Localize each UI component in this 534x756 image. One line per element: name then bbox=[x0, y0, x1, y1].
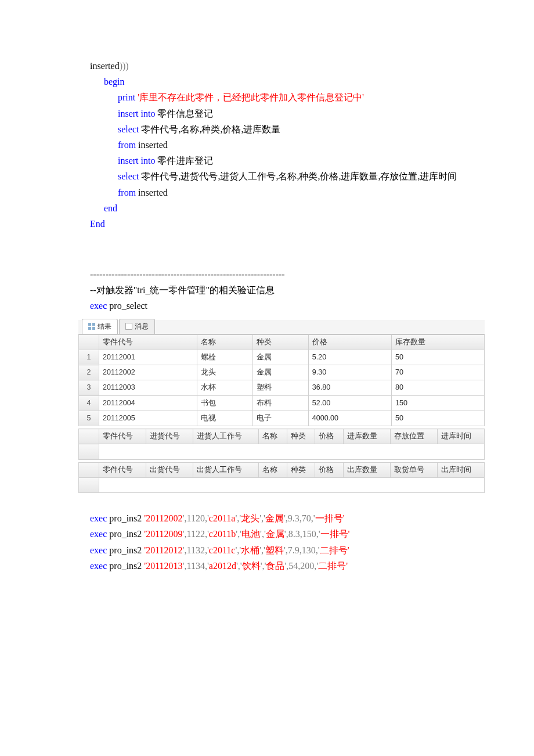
code-text: ',1132,' bbox=[183, 545, 209, 555]
table-name: 零件进库登记 bbox=[155, 156, 213, 165]
string-text: 库里不存在此零件，已经把此零件加入零件信息登记中 bbox=[139, 92, 362, 102]
string-text: 水桶 bbox=[241, 545, 259, 555]
code-text: ',' bbox=[235, 545, 241, 555]
col-header: 进库时间 bbox=[437, 429, 484, 444]
col-header: 价格 bbox=[315, 429, 344, 444]
cell: 70 bbox=[392, 365, 485, 380]
code-text: ))) bbox=[120, 61, 129, 71]
col-header: 名称 bbox=[259, 429, 287, 444]
exec-line: exec pro_ins2 '20112002',1120,'c2011a','… bbox=[90, 510, 488, 526]
keyword-exec: exec bbox=[90, 301, 107, 311]
table-row-empty bbox=[79, 444, 485, 459]
col-header: 进货人工作号 bbox=[193, 429, 258, 444]
col-header bbox=[79, 334, 99, 350]
proc-name: pro_ins2 bbox=[107, 545, 144, 555]
cell: 150 bbox=[392, 395, 485, 411]
string-text: 20112002 bbox=[146, 513, 182, 523]
result-table-3: 零件代号 出货代号 出货人工作号 名称 种类 价格 出库数量 取货单号 出库时间 bbox=[78, 462, 485, 494]
table-row[interactable]: 5 20112005 电视 电子 4000.00 50 bbox=[79, 411, 485, 426]
col-header: 进货代号 bbox=[146, 429, 193, 444]
code-text: ',54,200,' bbox=[284, 561, 318, 571]
col-header: 库存数量 bbox=[392, 334, 485, 350]
col-header bbox=[79, 462, 99, 477]
proc-name: pro_ins2 bbox=[107, 561, 144, 571]
code-text: ',' bbox=[236, 561, 242, 571]
code-text: ',' bbox=[259, 545, 265, 555]
code-text: ',' bbox=[260, 529, 266, 539]
cell: 20112004 bbox=[99, 395, 197, 411]
code-text: ',1120,' bbox=[183, 513, 209, 523]
cell: 水杯 bbox=[197, 380, 252, 395]
keyword-exec: exec bbox=[90, 561, 107, 571]
cell: 电视 bbox=[197, 411, 252, 426]
cell: 螺栓 bbox=[197, 350, 252, 365]
cell: 20112005 bbox=[99, 411, 197, 426]
cell: 20112001 bbox=[99, 350, 197, 365]
proc-name: pro_ins2 bbox=[107, 529, 144, 539]
col-header: 种类 bbox=[287, 462, 315, 477]
cell: 5 bbox=[79, 411, 99, 426]
code-text: ',8.3,150,' bbox=[284, 529, 320, 539]
cell: 50 bbox=[392, 350, 485, 365]
code-text: inserted bbox=[90, 61, 120, 71]
keyword-insert: insert bbox=[118, 109, 139, 118]
string-text: 20112012 bbox=[146, 545, 182, 555]
string-quote: ' bbox=[346, 561, 348, 571]
string-text: 金属 bbox=[265, 513, 284, 523]
string-text: 金属 bbox=[266, 529, 284, 539]
table-row[interactable]: 2 20112002 龙头 金属 9.30 70 bbox=[79, 365, 485, 380]
col-header: 取货单号 bbox=[391, 462, 438, 477]
table-header-row: 零件代号 名称 种类 价格 库存数量 bbox=[79, 334, 485, 350]
col-header: 零件代号 bbox=[99, 462, 146, 477]
keyword-exec: exec bbox=[90, 513, 107, 523]
keyword-print: print bbox=[118, 92, 135, 102]
string-text: a2012d bbox=[209, 561, 236, 571]
keyword-select: select bbox=[118, 171, 139, 181]
table-row[interactable]: 4 20112004 书包 布料 52.00 150 bbox=[79, 395, 485, 411]
col-header: 名称 bbox=[197, 334, 252, 350]
code-text: inserted bbox=[136, 140, 168, 150]
code-text: ',1122,' bbox=[183, 529, 209, 539]
table-row[interactable]: 1 20112001 螺栓 金属 5.20 50 bbox=[79, 350, 485, 365]
exec-line: exec pro_ins2 '20112013',1134,'a2012d','… bbox=[90, 558, 488, 574]
cell: 5.20 bbox=[308, 350, 391, 365]
string-quote: ' bbox=[343, 513, 345, 523]
col-header: 价格 bbox=[315, 462, 344, 477]
result-table-1: 零件代号 名称 种类 价格 库存数量 1 20112001 螺栓 金属 5.20… bbox=[78, 334, 485, 427]
comment-text: --对触发器"tri_统一零件管理"的相关验证信息 bbox=[90, 282, 488, 298]
code-text: ',' bbox=[235, 513, 241, 523]
string-text: 电池 bbox=[241, 529, 260, 539]
cell: 4000.00 bbox=[308, 411, 391, 426]
col-header: 进库数量 bbox=[344, 429, 391, 444]
cell: 20112003 bbox=[99, 380, 197, 395]
table-row[interactable]: 3 20112003 水杯 塑料 36.80 80 bbox=[79, 380, 485, 395]
col-header: 种类 bbox=[252, 334, 308, 350]
tab-messages[interactable]: 消息 bbox=[119, 319, 155, 333]
string-text: c2011b bbox=[209, 529, 236, 539]
separator-line: ----------------------------------------… bbox=[90, 267, 488, 282]
cell: 塑料 bbox=[252, 380, 308, 395]
results-tab-bar: 结果 消息 bbox=[78, 320, 485, 334]
col-header: 出货代号 bbox=[146, 462, 193, 477]
tab-results[interactable]: 结果 bbox=[82, 319, 118, 333]
string-text: 二排号 bbox=[320, 545, 348, 555]
proc-name: pro_select bbox=[107, 301, 147, 311]
keyword-from: from bbox=[118, 140, 136, 150]
cell: 布料 bbox=[252, 395, 308, 411]
string-text: 食品 bbox=[266, 561, 284, 571]
col-header: 种类 bbox=[287, 429, 315, 444]
string-text: c2011a bbox=[209, 513, 236, 523]
keyword-exec: exec bbox=[90, 545, 107, 555]
col-header: 名称 bbox=[259, 462, 287, 477]
keyword-insert: insert bbox=[118, 156, 139, 165]
keyword-into: into bbox=[139, 109, 156, 118]
string-text: 二排号 bbox=[318, 561, 346, 571]
col-header: 出货人工作号 bbox=[193, 462, 258, 477]
keyword-end: End bbox=[90, 219, 105, 229]
message-icon bbox=[125, 323, 132, 330]
exec-block: exec pro_ins2 '20112002',1120,'c2011a','… bbox=[90, 510, 488, 574]
tab-label: 消息 bbox=[135, 321, 149, 332]
exec-line: exec pro_ins2 '20112009',1122,'c2011b','… bbox=[90, 526, 488, 542]
col-header: 出库数量 bbox=[344, 462, 391, 477]
cell: 36.80 bbox=[308, 380, 391, 395]
